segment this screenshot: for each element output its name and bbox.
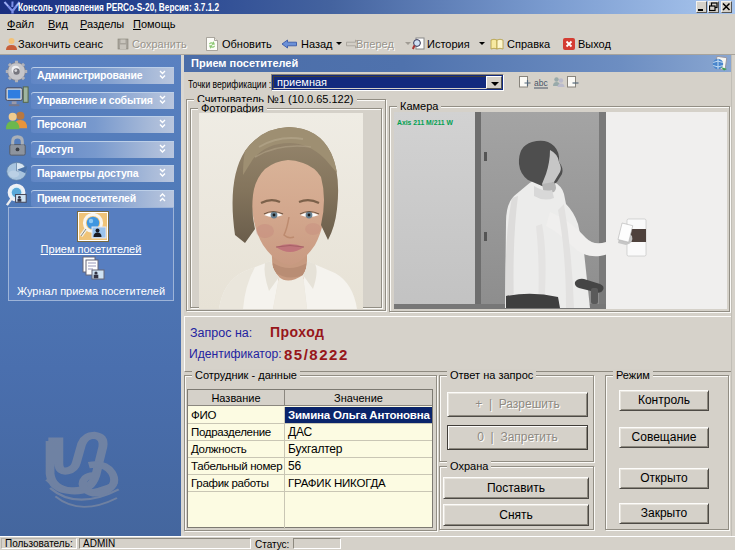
svg-text:abc: abc (534, 78, 548, 88)
